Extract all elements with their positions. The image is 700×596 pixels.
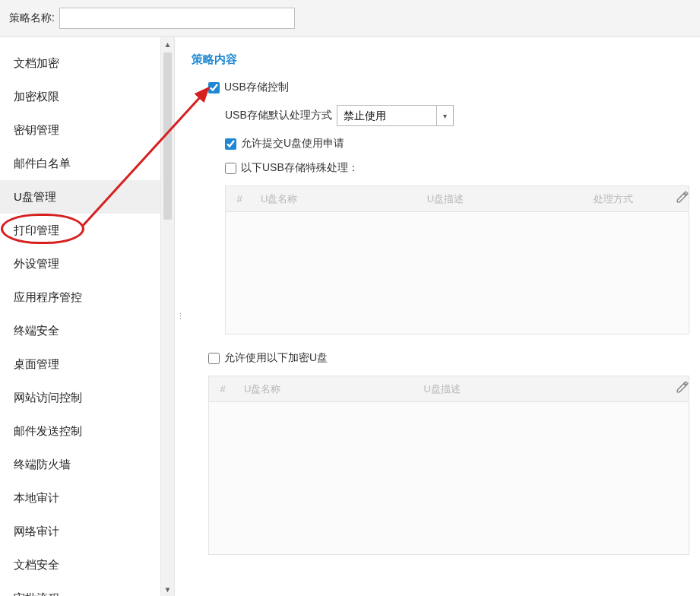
col-desc: U盘描述 [420,192,586,206]
scroll-down-icon[interactable]: ▼ [161,582,174,596]
sidebar-item-13[interactable]: 本地审计 [0,481,160,515]
sidebar-item-15[interactable]: 文档安全 [0,548,160,582]
enc-list-label: 允许使用以下加密U盘 [224,351,328,365]
section-title: 策略内容 [192,52,689,67]
allow-apply-checkbox[interactable] [225,138,236,150]
special-usb-table-body [226,212,689,334]
chevron-down-icon[interactable]: ▾ [437,105,454,126]
sidebar-item-2[interactable]: 密钥管理 [0,113,160,147]
sidebar-item-11[interactable]: 邮件发送控制 [0,414,160,448]
sidebar-item-6[interactable]: 外设管理 [0,247,160,281]
col-name: U盘名称 [253,192,420,206]
scroll-up-icon[interactable]: ▲ [161,37,174,51]
sidebar-item-10[interactable]: 网站访问控制 [0,381,160,414]
col-mode: 处理方式 [586,192,689,206]
col-idx: # [209,383,236,395]
default-mode-select[interactable]: 禁止使用 [337,105,437,126]
sidebar-item-12[interactable]: 终端防火墙 [0,448,160,481]
sidebar: 文档加密加密权限密钥管理邮件白名单U盘管理打印管理外设管理应用程序管控终端安全桌… [0,37,160,596]
allow-apply-label: 允许提交U盘使用申请 [241,137,344,151]
col-idx: # [226,193,253,204]
sidebar-item-3[interactable]: 邮件白名单 [0,147,160,180]
sidebar-item-14[interactable]: 网络审计 [0,515,160,548]
edit-special-table-icon[interactable] [676,190,692,207]
scroll-thumb[interactable] [163,52,172,220]
enc-usb-table-body [209,402,689,554]
enc-usb-table: # U盘名称 U盘描述 [208,376,689,555]
top-bar: 策略名称: [0,0,700,36]
col-name: U盘名称 [236,382,417,396]
special-list-label: 以下USB存储特殊处理： [241,161,359,175]
splitter-handle[interactable]: ⋮ [175,37,185,596]
col-desc: U盘描述 [417,382,689,396]
sidebar-item-16[interactable]: 审批流程 [0,582,160,596]
enc-list-checkbox[interactable] [208,353,220,364]
sidebar-item-8[interactable]: 终端安全 [0,314,160,347]
sidebar-item-9[interactable]: 桌面管理 [0,347,160,381]
sidebar-item-5[interactable]: 打印管理 [0,214,160,247]
special-list-checkbox[interactable] [225,163,236,174]
sidebar-item-1[interactable]: 加密权限 [0,80,160,113]
policy-name-label: 策略名称: [9,11,55,25]
usb-control-checkbox[interactable] [208,82,220,94]
sidebar-item-0[interactable]: 文档加密 [0,46,160,80]
policy-name-input[interactable] [59,8,295,29]
edit-enc-table-icon[interactable] [676,380,692,397]
main-panel: 策略内容 USB存储控制 USB存储默认处理方式 禁止使用 ▾ 允许提交U盘使用… [185,37,700,596]
default-mode-label: USB存储默认处理方式 [225,109,332,122]
sidebar-scrollbar[interactable]: ▲ ▼ [160,37,174,596]
usb-control-label: USB存储控制 [224,81,289,94]
special-usb-table: # U盘名称 U盘描述 处理方式 [225,185,689,334]
sidebar-item-4[interactable]: U盘管理 [0,180,160,214]
sidebar-item-7[interactable]: 应用程序管控 [0,281,160,314]
